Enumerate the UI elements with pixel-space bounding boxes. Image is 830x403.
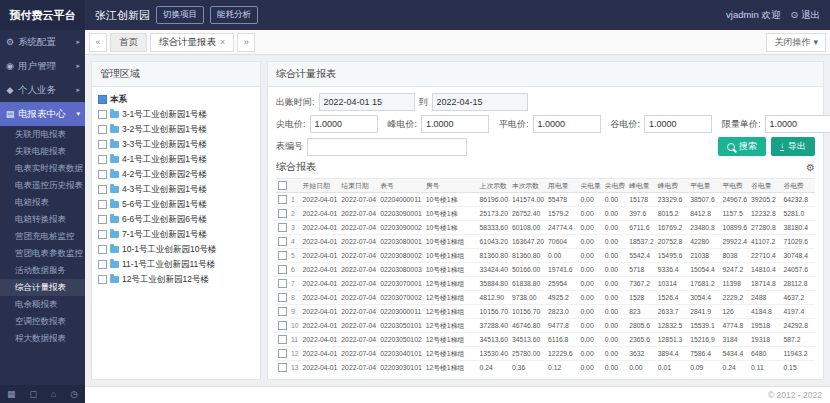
cell: 7586.4 <box>688 347 720 361</box>
sidebar-subitem[interactable]: 电箱报表 <box>0 194 85 211</box>
tree-item-checkbox[interactable] <box>98 140 107 149</box>
cell: 2022-04-01 <box>301 235 340 249</box>
tab-next-button[interactable]: » <box>237 33 255 52</box>
close-actions-button[interactable]: 关闭操作 ▾ <box>766 33 826 52</box>
tree-root[interactable]: 本系 <box>98 92 254 107</box>
tab-prev-button[interactable]: « <box>89 33 107 52</box>
tree-item-checkbox[interactable] <box>98 275 107 284</box>
cell: 0.00 <box>546 249 578 263</box>
tree-item[interactable]: 4-3号工业创新园1号楼 <box>98 182 254 197</box>
tree-item-checkbox[interactable] <box>98 245 107 254</box>
sidebar-subitem[interactable]: 活动数据服务 <box>0 262 85 279</box>
tree-item[interactable]: 5-6号工业创新园1号楼 <box>98 197 254 212</box>
price-input[interactable] <box>644 115 712 133</box>
sidebar-subitem[interactable]: 营团电表参数监控 <box>0 245 85 262</box>
cell: 5578.8 <box>814 207 815 221</box>
tree-item-checkbox[interactable] <box>98 230 107 239</box>
cell: 11398 <box>721 277 750 291</box>
tree-item-checkbox[interactable] <box>98 170 107 179</box>
row-checkbox[interactable] <box>278 209 287 218</box>
sidebar-subitem[interactable]: 营团充电桩监控 <box>0 228 85 245</box>
date-from-input[interactable] <box>319 93 415 111</box>
select-all-checkbox[interactable] <box>278 181 287 190</box>
tree-item[interactable]: 10-1号工业创新园10号楼 <box>98 242 254 257</box>
tree-item[interactable]: 11-1号工业创新园11号楼 <box>98 257 254 272</box>
tree-item-checkbox[interactable] <box>98 110 107 119</box>
tree-item[interactable]: 6-6号工业创新园6号楼 <box>98 212 254 227</box>
tree-item[interactable]: 3-2号工业创新园1号楼 <box>98 122 254 137</box>
monitor-icon[interactable]: ◻ <box>29 389 36 399</box>
tree-item[interactable]: 3-3号工业创新园1号楼 <box>98 137 254 152</box>
sidebar-subitem[interactable]: 程大数据报表 <box>0 330 85 347</box>
meter-no-input[interactable] <box>307 138 467 156</box>
row-checkbox[interactable] <box>278 307 287 316</box>
row-checkbox[interactable] <box>278 223 287 232</box>
tree-item[interactable]: 4-1号工业创新园1号楼 <box>98 152 254 167</box>
cell: 12号楼1梯组 <box>424 291 478 305</box>
row-checkbox[interactable] <box>278 293 287 302</box>
row-checkbox[interactable] <box>278 363 287 372</box>
row-checkbox[interactable] <box>278 335 287 344</box>
price-input[interactable] <box>533 115 601 133</box>
cell: 14810.4 <box>749 263 781 277</box>
tree-item-checkbox[interactable] <box>98 185 107 194</box>
row-checkbox[interactable] <box>278 251 287 260</box>
cell: 0.00 <box>603 333 627 347</box>
grid-icon[interactable]: ▦ <box>7 389 16 399</box>
date-to-input[interactable] <box>432 93 528 111</box>
tree-item[interactable]: 7-1号工业创新园1号楼 <box>98 227 254 242</box>
sidebar-subitem[interactable]: 电余额报表 <box>0 296 85 313</box>
tab-close-icon[interactable]: × <box>220 37 225 47</box>
cell: 0.00 <box>578 291 602 305</box>
sidebar-subitem[interactable]: 电表遥控历史报表 <box>0 177 85 194</box>
tree-root-checkbox[interactable] <box>98 95 107 104</box>
row-checkbox[interactable] <box>278 265 287 274</box>
cell: 10号楼1梯 <box>424 193 478 207</box>
price-input[interactable] <box>421 115 489 133</box>
price-input[interactable] <box>310 115 378 133</box>
home-icon[interactable]: ⌂ <box>51 389 56 399</box>
sidebar-subitem[interactable]: 电箱转换报表 <box>0 211 85 228</box>
clock-icon[interactable]: ◷ <box>70 389 78 399</box>
tree-item-checkbox[interactable] <box>98 125 107 134</box>
sidebar-item-report-center[interactable]: ▤电报表中心▾ <box>0 102 85 126</box>
row-checkbox[interactable] <box>278 279 287 288</box>
cell: 12232.8 <box>749 207 781 221</box>
sidebar-item-personal-business[interactable]: ◆个人业务▸ <box>0 78 85 102</box>
row-checkbox[interactable] <box>278 237 287 246</box>
sidebar-subitem[interactable]: 综合计量报表 <box>0 279 85 296</box>
export-button[interactable]: ↓ 导出 <box>771 137 815 156</box>
energy-analysis-button[interactable]: 能耗分析 <box>210 6 258 24</box>
cell: 28112.8 <box>781 277 813 291</box>
cell: 11943.2 <box>781 347 813 361</box>
tree-item[interactable]: 12号工业创新园12号楼 <box>98 272 254 287</box>
tab-home[interactable]: 首页 <box>110 33 147 52</box>
sidebar-item-system-config[interactable]: ⚙系统配置▸ <box>0 30 85 54</box>
tree-item-checkbox[interactable] <box>98 260 107 269</box>
table-settings-gear-icon[interactable]: ⚙ <box>806 162 815 173</box>
row-select-cell <box>276 207 289 221</box>
cell: 2022-04-01 <box>301 263 340 277</box>
sidebar-subitem[interactable]: 失联电能报表 <box>0 143 85 160</box>
cell: 3632 <box>627 347 656 361</box>
switch-project-button[interactable]: 切换项目 <box>156 6 204 24</box>
row-checkbox[interactable] <box>278 349 287 358</box>
row-number: 7 <box>289 277 301 291</box>
search-button[interactable]: 搜索 <box>718 137 766 156</box>
tree-item-checkbox[interactable] <box>98 200 107 209</box>
logout-button[interactable]: ⊙ 退出 <box>790 9 820 22</box>
tree-item-checkbox[interactable] <box>98 155 107 164</box>
sidebar-subitem[interactable]: 空调控数报表 <box>0 313 85 330</box>
sidebar-subitem[interactable]: 失联用电报表 <box>0 126 85 143</box>
tree-item[interactable]: 4-2号工业创新园2号楼 <box>98 167 254 182</box>
row-checkbox[interactable] <box>278 321 287 330</box>
tree-item[interactable]: 3-1号工业创新园1号楼 <box>98 107 254 122</box>
tree-item-checkbox[interactable] <box>98 215 107 224</box>
sidebar-item-user-management[interactable]: ◉用户管理▸ <box>0 54 85 78</box>
tab-report[interactable]: 综合计量报表× <box>150 33 234 52</box>
price-input[interactable] <box>765 115 830 133</box>
tree-item-label: 12号工业创新园12号楼 <box>122 274 209 286</box>
row-checkbox[interactable] <box>278 195 287 204</box>
sidebar-subitem[interactable]: 电表实时报表数据 <box>0 160 85 177</box>
table-wrap[interactable]: 开始日期结束日期表号房号上次示数本次示数用电量尖电量尖电费峰电量峰电费平电量平电… <box>276 178 815 373</box>
